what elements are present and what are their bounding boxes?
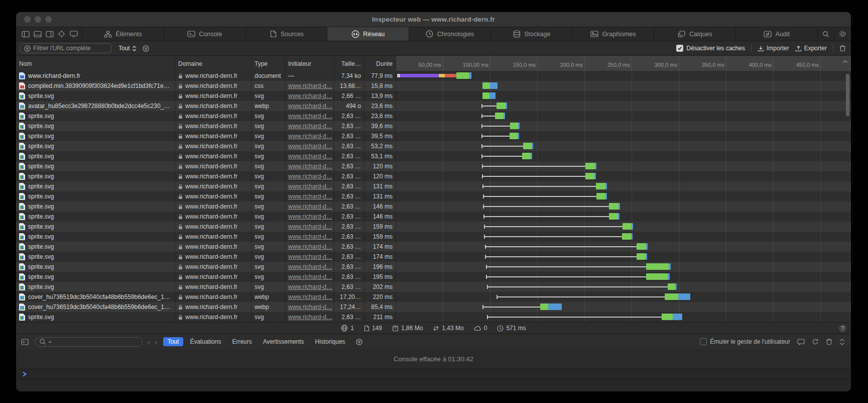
waterfall-cell[interactable] [396,161,851,171]
resource-type-popup[interactable]: Tout [118,45,137,52]
element-picker-icon[interactable] [57,30,66,38]
waterfall-cell[interactable] [396,131,851,141]
help-button[interactable]: ? [839,325,846,332]
resource-initiator[interactable]: www.richard-d… [288,203,332,210]
close-window-button[interactable] [24,16,31,23]
console-mode-icon[interactable] [21,339,29,345]
tab-console[interactable]: Console [164,27,246,41]
resource-initiator[interactable]: www.richard-d… [288,283,332,290]
network-table-row[interactable]: compiled.min.38390909f303624ed9e1cf1bd3f… [16,81,851,91]
export-button[interactable]: Exporter [795,45,827,52]
network-table-row[interactable]: sprite.svgwww.richard-dern.frsvgwww.rich… [16,91,851,101]
zoom-window-button[interactable] [45,16,52,23]
vertical-scrollbar[interactable] [846,74,849,116]
search-button[interactable] [818,27,834,41]
device-icon[interactable] [69,30,78,38]
waterfall-cell[interactable] [396,91,851,101]
waterfall-timeline-header[interactable]: 50,00 ms100,00 ms150,0 ms200,0 ms250,0 m… [396,56,851,71]
emulate-user-gesture-checkbox[interactable] [700,338,707,345]
waterfall-cell[interactable] [396,181,851,191]
network-table-row[interactable]: avatar_hu85ecc3e298728880b0bde2dcc4e5c23… [16,101,851,111]
network-table-row[interactable]: sprite.svgwww.richard-dern.frsvgwww.rich… [16,171,851,181]
waterfall-cell[interactable] [396,282,851,292]
tab-stockage[interactable]: Stockage [491,27,573,41]
network-table-row[interactable]: sprite.svgwww.richard-dern.frsvgwww.rich… [16,151,851,161]
resource-initiator[interactable]: www.richard-d… [288,243,332,250]
waterfall-cell[interactable] [396,171,851,181]
network-table-row[interactable]: sprite.svgwww.richard-dern.frsvgwww.rich… [16,131,851,141]
network-table-row[interactable]: cover_hu736519dc3b5040cfa48b6b559b6de6ec… [16,302,851,312]
network-table-row[interactable]: sprite.svgwww.richard-dern.frsvgwww.rich… [16,161,851,171]
waterfall-cell[interactable] [396,101,851,111]
waterfall-cell[interactable] [396,302,851,312]
resource-initiator[interactable]: www.richard-d… [288,163,332,170]
waterfall-cell[interactable] [396,312,851,322]
resource-initiator[interactable]: www.richard-d… [288,304,332,311]
waterfall-cell[interactable] [396,292,851,302]
waterfall-cell[interactable] [396,272,851,282]
network-table-row[interactable]: sprite.svgwww.richard-dern.frsvgwww.rich… [16,262,851,272]
waterfall-cell[interactable] [396,201,851,212]
waterfall-cell[interactable] [396,191,851,201]
waterfall-cell[interactable] [396,81,851,91]
network-table-row[interactable]: sprite.svgwww.richard-dern.frsvgwww.rich… [16,252,851,262]
url-filter-input[interactable]: Filtrer l'URL complète [20,43,111,53]
resource-initiator[interactable]: www.richard-d… [288,293,332,300]
resource-initiator[interactable]: www.richard-d… [288,273,332,280]
network-table-row[interactable]: sprite.svgwww.richard-dern.frsvgwww.rich… [16,191,851,201]
console-drawer-icon[interactable] [797,339,805,345]
resource-initiator[interactable]: www.richard-d… [288,253,332,260]
console-search-field[interactable] [35,337,143,347]
console-scope-tout[interactable]: Tout [163,337,184,346]
resize-console-icon[interactable] [839,339,845,345]
waterfall-cell[interactable] [396,141,851,151]
resource-initiator[interactable]: www.richard-d… [288,263,332,270]
next-result-button[interactable]: › [155,338,157,346]
network-table-row[interactable]: sprite.svgwww.richard-dern.frsvgwww.rich… [16,121,851,131]
network-table-row[interactable]: sprite.svgwww.richard-dern.frsvgwww.rich… [16,141,851,151]
network-table-row[interactable]: sprite.svgwww.richard-dern.frsvgwww.rich… [16,181,851,191]
resource-initiator[interactable]: www.richard-d… [288,123,332,130]
console-scope-evaluations[interactable]: Évaluations [185,337,225,346]
settings-button[interactable] [834,27,851,41]
reload-icon[interactable] [812,338,819,345]
waterfall-cell[interactable] [396,232,851,242]
resource-initiator[interactable]: www.richard-d… [288,213,332,220]
waterfall-cell[interactable] [396,262,851,272]
tab-calques[interactable]: Calques [654,27,736,41]
console-scope-historiques[interactable]: Historiques [311,337,350,346]
column-header-taille[interactable]: Taille… [334,56,364,71]
clear-console-button[interactable] [826,338,832,345]
waterfall-cell[interactable] [396,111,851,121]
network-table-row[interactable]: www.richard-dern.frwww.richard-dern.frdo… [16,71,851,81]
waterfall-cell[interactable] [396,212,851,222]
network-table-row[interactable]: sprite.svgwww.richard-dern.frsvgwww.rich… [16,111,851,121]
tab-audit[interactable]: Audit [736,27,818,41]
tab-sources[interactable]: Sources [246,27,328,41]
console-filter-button[interactable] [356,339,362,345]
tab-graphismes[interactable]: Graphismes [573,27,655,41]
network-table-row[interactable]: sprite.svgwww.richard-dern.frsvgwww.rich… [16,212,851,222]
network-table-row[interactable]: sprite.svgwww.richard-dern.frsvgwww.rich… [16,272,851,282]
minimize-window-button[interactable] [35,16,41,23]
network-table-row[interactable]: sprite.svgwww.richard-dern.frsvgwww.rich… [16,282,851,292]
console-prompt-area[interactable] [16,379,851,392]
disable-caches-checkbox[interactable] [676,45,683,52]
previous-result-button[interactable]: ‹ [148,338,150,346]
waterfall-cell[interactable] [396,71,851,81]
column-header-type[interactable]: Type [252,56,285,71]
resource-initiator[interactable]: www.richard-d… [288,92,332,99]
resource-initiator[interactable]: www.richard-d… [288,113,332,120]
resource-initiator[interactable]: www.richard-d… [288,143,332,150]
tab-elements[interactable]: Éléments [82,27,164,41]
network-table-row[interactable]: sprite.svgwww.richard-dern.frsvgwww.rich… [16,232,851,242]
resource-initiator[interactable]: www.richard-d… [288,233,332,240]
waterfall-cell[interactable] [396,121,851,131]
network-table-row[interactable]: cover_hu736519dc3b5040cfa48b6b559b6de6ec… [16,292,851,302]
dock-bottom-icon[interactable] [33,30,42,38]
tab-chronologies[interactable]: Chronologies [409,27,491,41]
column-header-initiateur[interactable]: Initiateur [285,56,334,71]
network-table-row[interactable]: sprite.svgwww.richard-dern.frsvgwww.rich… [16,242,851,252]
emulate-user-gesture-control[interactable]: Émuler le geste de l'utilisateur [700,338,790,345]
waterfall-cell[interactable] [396,242,851,252]
